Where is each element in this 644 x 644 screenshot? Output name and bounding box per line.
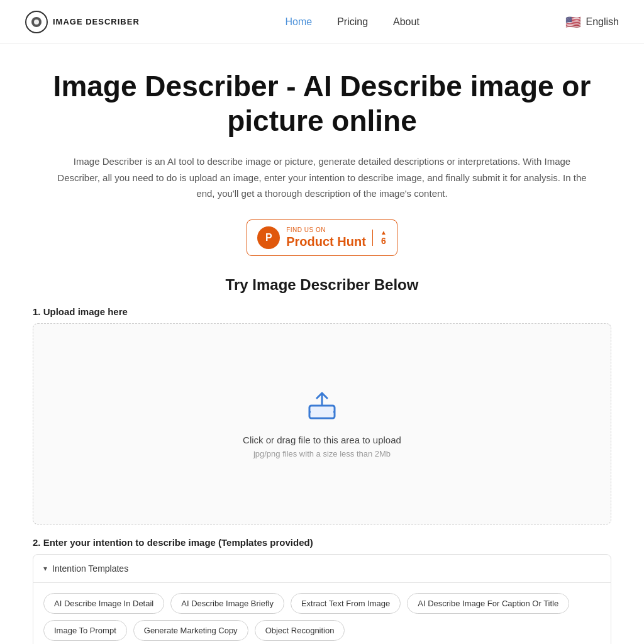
upload-text: Click or drag file to this area to uploa… (243, 435, 401, 445)
upload-subtext: jpg/png files with a size less than 2Mb (253, 449, 391, 458)
nav-home[interactable]: Home (285, 16, 312, 28)
ph-upvote-icon: ▲ (380, 230, 387, 236)
logo-icon (25, 11, 48, 33)
producthunt-button[interactable]: P FIND US ON Product Hunt ▲ 6 (247, 219, 397, 256)
nav-pricing[interactable]: Pricing (337, 16, 368, 28)
hero-title: Image Describer - AI Describe image or p… (33, 69, 611, 138)
ph-logo-icon: P (257, 226, 280, 249)
svg-point-2 (34, 19, 39, 25)
ph-vote-count: 6 (381, 236, 386, 246)
upload-label: 1. Upload image here (33, 306, 611, 317)
language-selector[interactable]: 🇺🇸 English (565, 14, 619, 30)
main-content: Image Describer - AI Describe image or p… (20, 44, 624, 644)
template-tag[interactable]: AI Describe Image For Caption Or Title (407, 593, 569, 614)
ph-votes: ▲ 6 (372, 230, 387, 246)
main-nav: Home Pricing About (285, 16, 419, 28)
producthunt-badge: P FIND US ON Product Hunt ▲ 6 (33, 219, 611, 256)
ph-product-hunt-label: Product Hunt (286, 234, 366, 249)
template-tag[interactable]: Extract Text From Image (291, 593, 401, 614)
template-tag[interactable]: Generate Marketing Copy (133, 620, 248, 641)
intention-label: 2. Enter your intention to describe imag… (33, 537, 611, 548)
template-tag[interactable]: AI Describe Image In Detail (43, 593, 164, 614)
try-title: Try Image Describer Below (33, 276, 611, 294)
logo-text: IMAGE DESCRIBER (53, 17, 140, 26)
svg-rect-4 (311, 407, 333, 417)
template-tag[interactable]: Image To Prompt (43, 620, 127, 641)
upload-icon (306, 389, 338, 425)
ph-find-us-label: FIND US ON (286, 226, 366, 234)
intention-section: 2. Enter your intention to describe imag… (33, 537, 611, 644)
template-tags: AI Describe Image In DetailAI Describe I… (33, 583, 611, 644)
language-label: English (586, 16, 619, 28)
logo[interactable]: IMAGE DESCRIBER (25, 11, 140, 33)
chevron-down-icon: ▾ (43, 564, 47, 573)
template-tag[interactable]: Object Recognition (255, 620, 345, 641)
template-tag[interactable]: AI Describe Image Briefly (170, 593, 284, 614)
intention-header[interactable]: ▾ Intention Templates (33, 554, 611, 583)
hero-description: Image Describer is an AI tool to describ… (52, 153, 592, 202)
flag-icon: 🇺🇸 (565, 14, 581, 30)
nav-about[interactable]: About (393, 16, 419, 28)
upload-area[interactable]: Click or drag file to this area to uploa… (33, 323, 611, 525)
templates-header-label: Intention Templates (52, 564, 128, 574)
ph-text: FIND US ON Product Hunt (286, 226, 366, 249)
header: IMAGE DESCRIBER Home Pricing About 🇺🇸 En… (0, 0, 644, 44)
